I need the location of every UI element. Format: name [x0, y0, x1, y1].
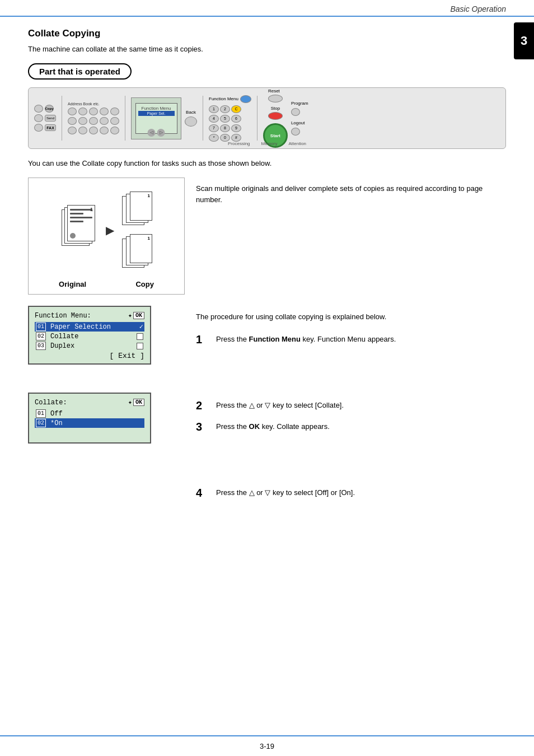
- lcd-fm-item-3: 03 Duplex: [35, 341, 144, 351]
- step-number-1: 1: [196, 333, 209, 346]
- cp-right-arrow[interactable]: ▷: [157, 129, 165, 137]
- cp-num-0[interactable]: 0: [220, 134, 230, 142]
- lcd-fm-ok: ✦ OK: [128, 311, 144, 320]
- main-content: Collate Copying The machine can collate …: [0, 17, 534, 524]
- cp-stop-btn[interactable]: [268, 112, 283, 120]
- cp-divider-1: [62, 96, 62, 141]
- copy-label: Copy: [135, 280, 154, 288]
- cp-num-7[interactable]: 7: [209, 124, 219, 132]
- cp-fax-row: FAX: [34, 124, 56, 132]
- cp-g4[interactable]: [100, 117, 109, 125]
- cp-h5[interactable]: [110, 127, 119, 134]
- cp-num-star[interactable]: *: [209, 134, 219, 142]
- cp-num-8[interactable]: 8: [220, 124, 230, 132]
- cp-num-hash[interactable]: #: [231, 134, 241, 142]
- cp-f4[interactable]: [100, 108, 109, 115]
- diagram-labels: Original Copy: [34, 280, 179, 288]
- footer: 3-19: [0, 735, 534, 756]
- original-group: 1 2: [62, 205, 98, 255]
- cp-numpad-row: 1 2 C: [209, 105, 251, 113]
- cp-func-row: [68, 108, 119, 115]
- copy-group: 1 2 3: [122, 192, 151, 269]
- cp-h2[interactable]: [78, 127, 87, 134]
- step-item-3: 3 Press the OK key. Collate appears.: [196, 420, 506, 433]
- cp-h1[interactable]: [68, 127, 77, 134]
- orig-sheet-1: 1: [67, 205, 95, 241]
- cp-g3[interactable]: [89, 117, 98, 125]
- cp-num-1[interactable]: 1: [209, 105, 219, 113]
- lcd-fm-exit: [ Exit ]: [35, 352, 144, 360]
- cp-g1[interactable]: [68, 117, 77, 125]
- cp-left-section: Copy Send FAX: [34, 105, 56, 132]
- cp-func-row2: [68, 117, 119, 125]
- scan-text: Scan multiple originals and deliver comp…: [196, 183, 506, 205]
- steps-list: 1 Press the Function Menu key. Function …: [196, 333, 506, 500]
- scan-text-area: Scan multiple originals and deliver comp…: [196, 178, 506, 295]
- cp-func-menu-btn[interactable]: [240, 95, 251, 103]
- step-desc-3: Press the OK key. Collate appears.: [216, 420, 330, 432]
- cp-send-btn[interactable]: Send: [45, 115, 56, 122]
- cp-program-btn[interactable]: [291, 108, 300, 116]
- cp-g2[interactable]: [78, 117, 87, 125]
- footer-page: 3-19: [260, 742, 274, 750]
- cp-num-4[interactable]: 4: [209, 115, 219, 123]
- cp-doc-btn[interactable]: [34, 114, 43, 122]
- cp-stop-label: Stop: [271, 106, 280, 111]
- lcd-function-menu: Function Menu: ✦ OK 01 Paper Selection ✓: [28, 306, 151, 365]
- cs2-sheet1: 1: [130, 234, 152, 263]
- cp-f2[interactable]: [78, 108, 87, 115]
- cp-g5[interactable]: [110, 117, 119, 125]
- lcd-collate-header: Collate: ✦ OK: [35, 397, 144, 408]
- step-number-4: 4: [196, 486, 209, 500]
- step-desc-1: Press the Function Menu key. Function Me…: [216, 333, 396, 345]
- cp-numpad-section: Function Menu 1 2 C 4 5 6 7: [209, 95, 251, 142]
- cp-left-arrow[interactable]: ◁: [148, 129, 156, 137]
- cp-h3[interactable]: [89, 127, 98, 134]
- cp-screen-btn[interactable]: [34, 124, 43, 132]
- cp-back-btn[interactable]: [185, 116, 197, 127]
- cp-numpad-row3: 7 8 9: [209, 124, 251, 132]
- header-title: Basic Operation: [450, 4, 506, 13]
- lcd-fm-header: Function Menu: ✦ OK: [35, 310, 144, 321]
- cp-copy-btn[interactable]: Copy: [45, 105, 54, 113]
- step-desc-2: Press the △ or ▽ key to select [Collate]…: [216, 399, 344, 411]
- cp-func-row3: [68, 127, 119, 134]
- cp-back-label: Back: [186, 110, 196, 115]
- lcd-collate-item-1: 01 Off: [35, 409, 144, 418]
- cp-logout-btn[interactable]: [291, 128, 300, 136]
- cp-fax-btn[interactable]: FAX: [45, 124, 56, 131]
- cp-function-label: Address Book etc.: [68, 102, 119, 106]
- step-desc-4: Press the △ or ▽ key to select [Off] or …: [216, 486, 355, 498]
- cp-status-bar: Processing Memory Attention: [228, 141, 306, 146]
- cp-f3[interactable]: [89, 108, 98, 115]
- lcd-spacer: [28, 376, 185, 393]
- cp-back-section: Back: [185, 110, 197, 127]
- page-container: Basic Operation 3 Collate Copying The ma…: [0, 0, 534, 756]
- cp-divider-2: [125, 96, 125, 141]
- step-item-1: 1 Press the Function Menu key. Function …: [196, 333, 506, 346]
- cp-num-9[interactable]: 9: [231, 124, 241, 132]
- lcd-collate-screen: Collate: ✦ OK 01 Off 02 *On: [28, 393, 151, 444]
- cp-num-6[interactable]: 6: [231, 115, 241, 123]
- cp-reset-btn[interactable]: [268, 95, 283, 102]
- cp-processing-label: Processing: [228, 141, 250, 146]
- cp-numpad-row2: 4 5 6: [209, 115, 251, 123]
- cp-attention-label: Attention: [288, 141, 306, 146]
- cp-divider-3: [203, 96, 203, 141]
- copy-diagram: 1 2: [28, 178, 185, 295]
- cp-h4[interactable]: [100, 127, 109, 134]
- cp-clear[interactable]: C: [231, 105, 241, 113]
- cp-num-5[interactable]: 5: [220, 115, 230, 123]
- step-spacer-2: [196, 441, 506, 486]
- cp-right-section: Reset Stop Start: [263, 88, 288, 148]
- cp-f5[interactable]: [110, 108, 119, 115]
- control-panel-inner: Copy Send FAX Address Book etc.: [34, 92, 500, 144]
- chapter-tab: 3: [514, 22, 534, 59]
- cp-copy-row: Copy: [34, 105, 56, 113]
- cp-num-2[interactable]: 2: [220, 105, 230, 113]
- diagram-area: 1 2: [28, 178, 185, 295]
- part-operated-badge: Part that is operated: [28, 63, 132, 80]
- cp-status-btn[interactable]: [34, 105, 43, 113]
- lcd-fm-item-1: 01 Paper Selection ✓: [35, 322, 144, 332]
- cp-f1[interactable]: [68, 108, 77, 115]
